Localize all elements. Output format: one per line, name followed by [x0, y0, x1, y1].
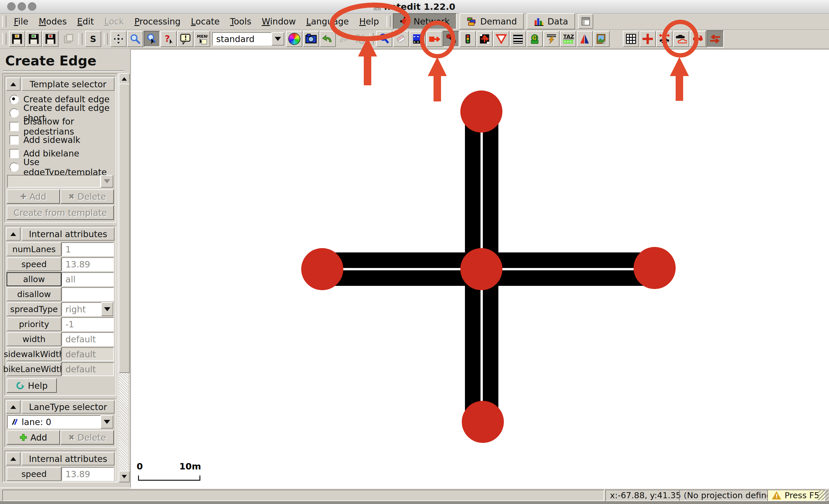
allow-input[interactable]: all	[61, 272, 114, 286]
lane-speed-input[interactable]: 13.89	[61, 467, 114, 481]
allow-button[interactable]: allow	[7, 272, 61, 286]
junction-center[interactable]	[460, 248, 502, 290]
shape-mode-button[interactable]	[577, 31, 593, 47]
menu-help[interactable]: Help	[354, 15, 384, 28]
option-use-edgetype-template[interactable]: Use edgeType/template	[5, 160, 116, 174]
scheme-combobox[interactable]: standard	[212, 32, 284, 45]
lane-speed-label[interactable]: speed	[7, 467, 61, 481]
spreadtype-label[interactable]: spreadType	[7, 302, 61, 316]
spread-vehicles-toggle-button[interactable]	[673, 31, 689, 47]
context-help-button[interactable]: ?	[160, 31, 177, 47]
scheme-combobox-value[interactable]: standard	[212, 32, 272, 45]
collapse-lanetype-selector-button[interactable]	[6, 400, 21, 413]
menu-modes[interactable]: Modes	[33, 15, 72, 28]
option-disallow-pedestrians[interactable]: Disallow for pedestrians	[5, 119, 116, 133]
menu-edit[interactable]: Edit	[72, 15, 99, 28]
inspect-mode-button[interactable]	[376, 31, 392, 47]
scrollbar-down-button[interactable]	[119, 471, 130, 482]
two-way-toggle-button[interactable]	[707, 30, 724, 47]
prohibition-mode-button[interactable]	[493, 31, 509, 47]
radio-use-edgetype-template[interactable]	[9, 163, 19, 172]
junction-shape-toggle-button[interactable]	[640, 31, 656, 47]
spreadtype-combobox-arrow[interactable]	[101, 302, 113, 316]
taz-mode-button[interactable]: TAZ	[560, 31, 576, 47]
screenshot-button[interactable]	[303, 31, 319, 47]
checkbox-disallow-pedestrians[interactable]	[9, 122, 19, 131]
help-button[interactable]: Help	[7, 379, 57, 393]
crossing-mode-button[interactable]	[510, 31, 526, 47]
scrollbar-thumb[interactable]	[119, 83, 130, 373]
supermode-data-button[interactable]: Data	[527, 13, 575, 29]
radio-create-default-edge[interactable]	[9, 95, 19, 104]
menu-file[interactable]: File	[9, 15, 33, 28]
supermode-grip[interactable]	[387, 15, 391, 27]
scrollbar-up-button[interactable]	[119, 73, 130, 85]
chain-toggle-button[interactable]	[690, 31, 706, 47]
lane-allow-button[interactable]: allow	[7, 482, 61, 482]
menu-language[interactable]: Language	[301, 15, 354, 28]
toolbar-grip-3[interactable]	[104, 33, 108, 45]
junction-right[interactable]	[634, 247, 676, 289]
speed-label[interactable]: speed	[7, 257, 61, 271]
priority-input[interactable]: -1	[61, 317, 114, 331]
create-edge-mode-button[interactable]	[443, 31, 459, 47]
menu-window[interactable]: Window	[257, 15, 301, 28]
spreadtype-combobox[interactable]: right	[61, 302, 114, 316]
resize-grip[interactable]	[818, 490, 828, 500]
priority-label[interactable]: priority	[7, 317, 61, 331]
connection-mode-button[interactable]	[476, 31, 493, 47]
new-window-button[interactable]	[578, 14, 593, 29]
supermode-demand-button[interactable]: Demand	[460, 13, 524, 29]
junction-top[interactable]	[460, 91, 502, 133]
decal-mode-button[interactable]	[593, 31, 610, 47]
zoom-button[interactable]	[127, 31, 143, 47]
menubar-grip[interactable]	[2, 15, 6, 27]
junction-bottom[interactable]	[462, 401, 504, 443]
width-label[interactable]: width	[7, 332, 61, 346]
toolbar-grip-4[interactable]	[369, 33, 373, 45]
grid-toggle-button[interactable]	[623, 31, 639, 47]
pointer-zoom-toggle[interactable]	[144, 31, 160, 47]
undo-button[interactable]	[320, 31, 336, 47]
toolbar-grip-1[interactable]	[2, 33, 6, 45]
disallow-label[interactable]: disallow	[7, 287, 61, 301]
select-mode-button[interactable]	[409, 31, 426, 47]
save-neteditconfig-button[interactable]	[9, 31, 25, 47]
elevation-toggle-button[interactable]	[656, 31, 673, 47]
menu-processing[interactable]: Processing	[129, 15, 186, 28]
menu-locate[interactable]: Locate	[186, 15, 225, 28]
checkbox-add-bikelane[interactable]	[9, 149, 19, 158]
panel-scrollbar[interactable]	[119, 73, 129, 481]
collapse-lane-attributes-button[interactable]	[6, 452, 21, 465]
toolbar-grip-2[interactable]	[78, 33, 82, 45]
disallow-input[interactable]	[61, 287, 114, 301]
lane-allow-input[interactable]: all	[61, 482, 114, 482]
checkbox-add-sidewalk[interactable]	[9, 136, 19, 145]
menu-tools[interactable]: Tools	[225, 15, 257, 28]
move-mode-button[interactable]	[426, 31, 442, 47]
numlanes-input[interactable]: 1	[61, 242, 114, 256]
scheme-combobox-arrow[interactable]	[272, 32, 284, 45]
junction-left[interactable]	[301, 248, 343, 290]
width-input[interactable]: default	[61, 332, 114, 346]
additional-mode-button[interactable]: H	[527, 31, 543, 47]
lanetype-combobox-arrow[interactable]	[101, 415, 113, 429]
collapse-template-selector-button[interactable]	[6, 77, 21, 91]
traffic-light-mode-button[interactable]	[460, 31, 476, 47]
lanetype-add-button[interactable]: Add	[7, 430, 60, 445]
supermode-network-button[interactable]: Network	[393, 13, 457, 29]
color-wheel-button[interactable]	[286, 31, 302, 47]
radio-create-default-edge-short[interactable]	[9, 108, 19, 117]
messages-button[interactable]: !	[177, 31, 193, 47]
speed-input[interactable]: 13.89	[61, 257, 114, 271]
lanetype-combobox[interactable]: lane: 0	[7, 415, 101, 429]
recompute-hint-cell[interactable]: Press F5	[767, 490, 825, 501]
network-canvas[interactable]: 0 10m	[130, 49, 829, 489]
wire-mode-button[interactable]	[543, 31, 560, 47]
s-button[interactable]: S	[85, 31, 101, 47]
save-sumoconfig-button[interactable]	[26, 31, 42, 47]
delete-mode-button[interactable]	[393, 31, 409, 47]
pan-button[interactable]	[110, 31, 127, 47]
save-network-button[interactable]	[42, 31, 59, 47]
menu-toggle-button[interactable]: MENU	[194, 31, 210, 47]
